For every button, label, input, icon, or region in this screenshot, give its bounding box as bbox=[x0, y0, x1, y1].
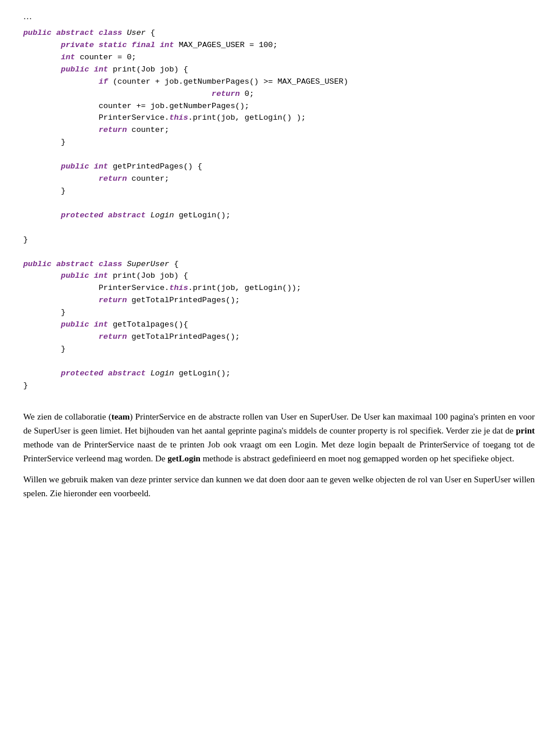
page-content: … public abstract class User { private s… bbox=[23, 12, 535, 500]
code-block: public abstract class User { private sta… bbox=[23, 27, 535, 392]
team-bold: team bbox=[112, 412, 130, 421]
prose-section: We zien de collaboratie (team) PrinterSe… bbox=[23, 410, 535, 500]
prose-paragraph-1: We zien de collaboratie (team) PrinterSe… bbox=[23, 410, 535, 465]
print-bold: print bbox=[516, 426, 535, 435]
prose-paragraph-2: Willen we gebruik maken van deze printer… bbox=[23, 472, 535, 500]
getlogin-bold: getLogin bbox=[167, 454, 201, 463]
ellipsis-line: … bbox=[23, 12, 535, 22]
